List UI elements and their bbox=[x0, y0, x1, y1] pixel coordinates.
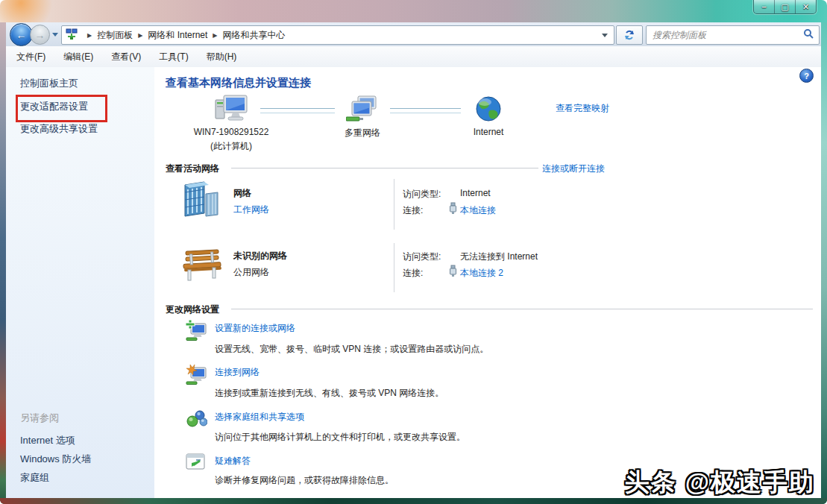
homegroup-sharing-options-link[interactable]: 选择家庭组和共享选项 bbox=[215, 411, 304, 423]
connect-to-network-icon bbox=[185, 364, 207, 387]
navigation-bar: ← → ▶ 控制面板 ▶ 网络和 Internet ▶ 网络和共享中心 bbox=[6, 22, 821, 47]
multiple-networks-label: 多重网络 bbox=[325, 127, 400, 139]
active-networks-header: 查看活动网络 bbox=[166, 163, 219, 175]
sidebar-item-change-adapter-settings[interactable]: 更改适配器设置 bbox=[20, 100, 88, 113]
sidebar-item-control-panel-home[interactable]: 控制面板主页 bbox=[20, 77, 78, 90]
connection-plug-icon bbox=[448, 202, 458, 217]
public-network-label: 公用网络 bbox=[233, 266, 269, 279]
access-type-label: 访问类型: bbox=[403, 188, 441, 201]
network-sharing-center-window: – ▢ ✕ ← → ▶ 控制面板 ▶ 网络和 Internet ▶ 网络和共享中 bbox=[0, 0, 827, 504]
setup-new-connection-link[interactable]: 设置新的连接或网络 bbox=[215, 322, 295, 335]
connect-to-network-link[interactable]: 连接到网络 bbox=[215, 366, 260, 379]
local-connection-2-link[interactable]: 本地连接 2 bbox=[460, 267, 503, 280]
divider bbox=[394, 179, 394, 230]
see-also-header: 另请参阅 bbox=[20, 412, 59, 425]
sidebar-item-windows-firewall[interactable]: Windows 防火墙 bbox=[20, 453, 91, 466]
troubleshoot-link[interactable]: 疑难解答 bbox=[215, 455, 251, 467]
watermark: 头条 @极速手助 bbox=[625, 466, 815, 500]
sidebar-item-internet-options[interactable]: Internet 选项 bbox=[20, 434, 75, 447]
content-area: 控制面板主页 更改适配器设置 更改高级共享设置 另请参阅 Internet 选项… bbox=[6, 67, 821, 498]
breadcrumb-network-internet[interactable]: 网络和 Internet bbox=[148, 29, 207, 42]
breadcrumb-network-sharing-center[interactable]: 网络和共享中心 bbox=[223, 29, 286, 42]
menu-bar: 文件(F) 编辑(E) 查看(V) 工具(T) 帮助(H) bbox=[6, 46, 821, 68]
network-name: 网络 bbox=[233, 187, 251, 200]
window-controls: – ▢ ✕ bbox=[753, 0, 817, 14]
work-network-link[interactable]: 工作网络 bbox=[233, 204, 269, 216]
connect-disconnect-link[interactable]: 连接或断开连接 bbox=[542, 163, 605, 175]
internet-globe-icon[interactable] bbox=[475, 95, 502, 125]
divider bbox=[231, 309, 813, 309]
breadcrumb-control-panel[interactable]: 控制面板 bbox=[97, 29, 133, 42]
connection-plug-icon bbox=[448, 265, 458, 280]
troubleshoot-icon bbox=[186, 453, 207, 474]
view-full-map-link[interactable]: 查看完整映射 bbox=[556, 102, 609, 115]
access-type-value: Internet bbox=[460, 188, 491, 198]
forward-arrow-icon: → bbox=[35, 29, 45, 41]
divider bbox=[231, 168, 538, 168]
connect-to-network-desc: 连接到或重新连接到无线、有线、拨号或 VPN 网络连接。 bbox=[215, 387, 444, 400]
menu-view[interactable]: 查看(V) bbox=[104, 48, 148, 66]
internet-label: Internet bbox=[451, 127, 526, 137]
change-settings-header: 更改网络设置 bbox=[166, 303, 219, 316]
sidebar: 控制面板主页 更改适配器设置 更改高级共享设置 另请参阅 Internet 选项… bbox=[6, 67, 154, 498]
multiple-networks-icon[interactable] bbox=[346, 95, 379, 126]
homegroup-sharing-options-desc: 访问位于其他网络计算机上的文件和打印机，或更改共享设置。 bbox=[215, 431, 465, 444]
search-input[interactable] bbox=[647, 30, 803, 40]
map-connection-line bbox=[260, 108, 335, 113]
divider bbox=[394, 243, 394, 292]
back-arrow-icon: ← bbox=[16, 29, 27, 41]
minimize-button[interactable]: – bbox=[754, 0, 774, 13]
map-connection-line bbox=[390, 108, 461, 113]
public-network-bench-icon bbox=[181, 245, 223, 286]
homegroup-icon bbox=[186, 409, 207, 431]
main-panel: ? 查看基本网络信息并设置连接 WIN7-1908291522 (此计算机) bbox=[154, 67, 821, 498]
connection-label: 连接: bbox=[403, 267, 423, 280]
forward-button[interactable]: → bbox=[30, 25, 50, 45]
new-connection-icon bbox=[185, 320, 207, 343]
work-network-icon bbox=[179, 180, 222, 223]
menu-file[interactable]: 文件(F) bbox=[9, 48, 53, 66]
window-border-left bbox=[0, 22, 6, 504]
computer-name-label: WIN7-1908291522 bbox=[168, 127, 295, 137]
network-name: 未识别的网络 bbox=[233, 250, 287, 262]
help-icon[interactable]: ? bbox=[799, 69, 814, 83]
recent-pages-dropdown-icon[interactable] bbox=[52, 33, 58, 37]
sidebar-item-change-advanced-sharing[interactable]: 更改高级共享设置 bbox=[20, 122, 98, 136]
computer-sub-label: (此计算机) bbox=[168, 140, 295, 153]
breadcrumb-arrow-icon: ▶ bbox=[87, 32, 92, 39]
breadcrumb-arrow-icon: ▶ bbox=[213, 32, 217, 39]
setup-new-connection-desc: 设置无线、宽带、拨号、临时或 VPN 连接；或设置路由器或访问点。 bbox=[215, 343, 488, 356]
sidebar-item-homegroup[interactable]: 家庭组 bbox=[20, 471, 49, 485]
access-type-label: 访问类型: bbox=[403, 251, 441, 263]
breadcrumb-arrow-icon: ▶ bbox=[138, 32, 142, 39]
troubleshoot-desc: 诊断并修复网络问题，或获得故障排除信息。 bbox=[215, 474, 394, 487]
local-connection-link[interactable]: 本地连接 bbox=[460, 204, 496, 217]
menu-help[interactable]: 帮助(H) bbox=[199, 48, 245, 66]
address-dropdown-icon[interactable] bbox=[602, 34, 608, 37]
close-button[interactable]: ✕ bbox=[795, 0, 816, 13]
access-type-value: 无法连接到 Internet bbox=[460, 251, 538, 263]
this-computer-icon[interactable] bbox=[214, 94, 250, 127]
search-box bbox=[646, 25, 820, 45]
window-border-right bbox=[821, 22, 827, 504]
menu-edit[interactable]: 编辑(E) bbox=[56, 48, 101, 66]
refresh-button[interactable] bbox=[616, 25, 643, 45]
network-location-icon bbox=[66, 28, 78, 42]
connection-label: 连接: bbox=[403, 204, 423, 217]
refresh-icon bbox=[623, 29, 635, 41]
maximize-button[interactable]: ▢ bbox=[774, 0, 795, 13]
menu-tools[interactable]: 工具(T) bbox=[151, 48, 195, 66]
search-icon[interactable] bbox=[803, 28, 814, 42]
address-bar[interactable]: ▶ 控制面板 ▶ 网络和 Internet ▶ 网络和共享中心 bbox=[61, 25, 614, 45]
page-title: 查看基本网络信息并设置连接 bbox=[166, 76, 311, 90]
